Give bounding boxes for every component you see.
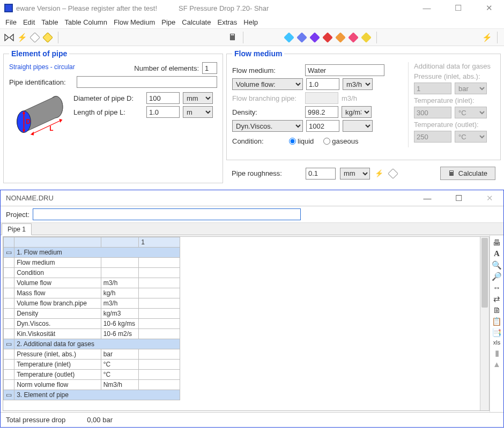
main-titlebar: eware Version – Please register after th… xyxy=(0,0,504,16)
color-diamond-6[interactable] xyxy=(361,33,371,42)
collapse-icon[interactable]: ▮ xyxy=(495,349,499,357)
font-icon[interactable]: A xyxy=(494,250,500,258)
menu-flow-medium[interactable]: Flow Medium xyxy=(114,18,155,26)
calculator-icon: 🖩 xyxy=(448,169,455,177)
results-tabstrip: Pipe 1 xyxy=(1,223,503,235)
table-row: Condition xyxy=(4,268,180,278)
status-value: 0,00 bar xyxy=(87,416,113,424)
results-titlebar: NONAME.DRU — ☐ ✕ xyxy=(1,190,503,206)
results-maximize-button[interactable]: ☐ xyxy=(448,193,469,203)
viscosity-select[interactable]: Dyn.Viscos. xyxy=(232,120,303,132)
gas-temp-in-label: Temperature (inlet): xyxy=(414,96,495,104)
copy-icon[interactable]: 📋 xyxy=(492,317,502,325)
viscosity-unit[interactable] xyxy=(343,120,373,132)
up-icon[interactable]: ▲ xyxy=(493,360,501,368)
title-text-left: eware Version – Please register after th… xyxy=(16,4,157,12)
roughness-lightning-icon[interactable]: ⚡ xyxy=(374,169,384,178)
viscosity-input[interactable] xyxy=(306,120,339,132)
flow-medium-label: Flow medium: xyxy=(232,66,302,74)
diameter-input[interactable] xyxy=(146,92,180,104)
calculate-label: Calculate xyxy=(458,169,487,177)
calculate-button[interactable]: 🖩 Calculate xyxy=(440,167,495,180)
menu-extras[interactable]: Extras xyxy=(217,18,237,26)
calculator-icon[interactable]: 🖩 xyxy=(228,33,238,42)
expand-s2[interactable]: ▭ xyxy=(4,339,14,349)
menu-calculate[interactable]: Calculate xyxy=(182,18,211,26)
vertical-scrollbar[interactable] xyxy=(480,237,489,410)
project-label: Project: xyxy=(6,211,29,219)
zoom-in-icon[interactable]: 🔍 xyxy=(492,261,502,269)
flow-medium-input[interactable] xyxy=(305,64,384,76)
color-diamond-4[interactable] xyxy=(336,33,345,42)
diamond-icon-2[interactable] xyxy=(43,33,53,42)
volume-flow-unit[interactable]: m3/h xyxy=(343,78,373,90)
table-row: Kin.Viskosität10-6 m2/s xyxy=(4,329,180,339)
condition-liquid[interactable]: liquid xyxy=(289,137,314,145)
density-label: Density: xyxy=(232,108,302,116)
flow-legend: Flow medium xyxy=(232,49,284,58)
length-input[interactable] xyxy=(146,106,180,118)
color-diamond-3[interactable] xyxy=(323,33,332,42)
color-diamond-2[interactable] xyxy=(310,33,320,42)
results-minimize-button[interactable]: — xyxy=(417,193,438,203)
svg-text:L: L xyxy=(49,125,53,132)
print-icon[interactable]: 🖶 xyxy=(493,238,501,246)
table-row: Densitykg/m3 xyxy=(4,309,180,319)
table-row: Temperature (inlet)°C xyxy=(4,360,180,370)
element-panel: Element of pipe Straight pipes - circula… xyxy=(3,49,223,183)
pipe-subtype: Straight pipes - circular xyxy=(9,63,75,71)
condition-label: Condition: xyxy=(232,137,286,145)
length-unit[interactable]: m xyxy=(183,106,213,118)
roughness-unit[interactable]: mm xyxy=(340,168,370,180)
lightning-icon-2[interactable]: ⚡ xyxy=(482,33,492,42)
gas-panel: Additional data for gases Pressure (inle… xyxy=(408,62,495,147)
project-input[interactable] xyxy=(33,208,301,220)
results-grid-wrap[interactable]: 1 ▭1. Flow medium Flow medium Condition … xyxy=(3,236,490,411)
menu-pipe[interactable]: Pipe xyxy=(161,18,175,26)
volume-flow-select[interactable]: Volume flow: xyxy=(232,78,303,90)
roughness-input[interactable] xyxy=(306,168,336,180)
density-unit[interactable]: kg/m3 xyxy=(342,106,372,118)
menu-help[interactable]: Help xyxy=(243,18,258,26)
density-input[interactable] xyxy=(305,106,338,118)
bowtie-icon[interactable] xyxy=(4,33,14,42)
menu-file[interactable]: File xyxy=(5,18,17,26)
color-diamond-5[interactable] xyxy=(349,33,358,42)
condition-gaseous[interactable]: gaseous xyxy=(323,137,358,145)
roughness-diamond-icon[interactable] xyxy=(388,169,398,178)
copy-all-icon[interactable]: 📑 xyxy=(492,328,502,337)
section-2: 2. Additional data for gases xyxy=(14,339,180,349)
menu-table[interactable]: Table xyxy=(41,18,58,26)
menu-table-column[interactable]: Table Column xyxy=(64,18,107,26)
color-diamond-1[interactable] xyxy=(297,33,307,42)
menu-edit[interactable]: Edit xyxy=(23,18,35,26)
diameter-unit[interactable]: mm xyxy=(183,92,213,104)
color-diamond-0[interactable] xyxy=(284,33,294,42)
volume-flow-input[interactable] xyxy=(306,78,339,90)
fit-width-icon[interactable]: ↔ xyxy=(493,283,501,291)
maximize-button[interactable]: ☐ xyxy=(447,3,469,13)
tab-pipe1[interactable]: Pipe 1 xyxy=(2,223,32,235)
lightning-icon[interactable]: ⚡ xyxy=(17,33,27,42)
page-icon[interactable]: 🗎 xyxy=(493,306,501,314)
length-label: Length of pipe L: xyxy=(73,108,143,116)
expand-s1[interactable]: ▭ xyxy=(4,248,14,258)
minimize-button[interactable]: — xyxy=(416,3,438,13)
diamond-icon-1[interactable] xyxy=(30,33,40,42)
section-1: 1. Flow medium xyxy=(14,248,180,258)
xls-icon[interactable]: xls xyxy=(493,340,500,346)
element-legend: Element of pipe xyxy=(9,49,69,58)
zoom-out-icon[interactable]: 🔎 xyxy=(492,272,502,280)
close-button[interactable]: ✕ xyxy=(478,3,500,13)
table-row: Mass flowkg/h xyxy=(4,288,180,298)
gas-temp-out-input xyxy=(414,131,451,143)
col-header-1: 1 xyxy=(139,237,180,248)
num-elements-input[interactable] xyxy=(202,62,217,74)
results-close-button[interactable]: ✕ xyxy=(479,193,500,203)
swap-icon[interactable]: ⇄ xyxy=(493,295,500,303)
gas-pressure-label: Pressure (inlet, abs.): xyxy=(414,72,495,80)
gas-temp-out-label: Temperature (outlet): xyxy=(414,121,495,129)
pipe-id-input[interactable] xyxy=(77,76,217,88)
svg-text:D: D xyxy=(26,118,31,125)
expand-s3[interactable]: ▭ xyxy=(4,390,14,400)
